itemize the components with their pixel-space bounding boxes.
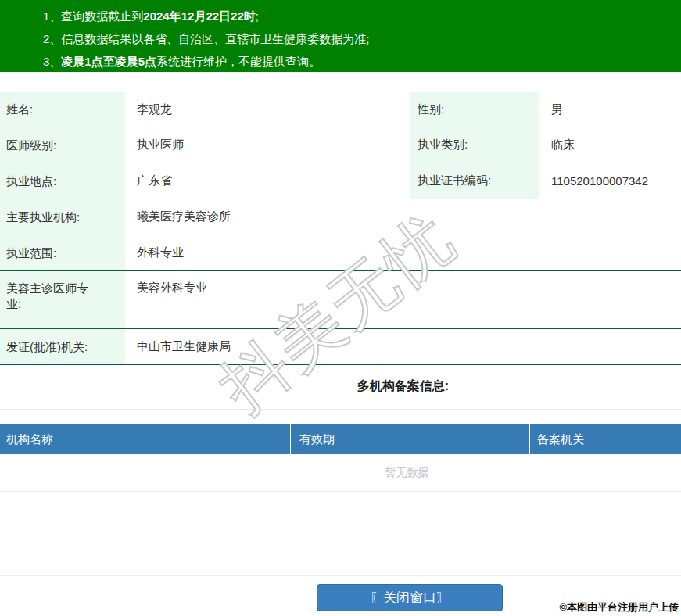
issuing-authority-label: 发证(批准)机关: [0, 329, 125, 364]
column-header-valid-period: 有效期 [291, 424, 530, 454]
practice-scope-value: 外科专业 [125, 235, 681, 270]
notice-3-number: 3、 [43, 55, 61, 68]
name-label: 姓名: [0, 92, 125, 127]
issuing-authority-value: 中山市卫生健康局 [125, 329, 681, 364]
notice-banner: 1、查询数据截止到2024年12月22日22时; 2、信息数据结果以各省、自治区… [0, 0, 681, 72]
gender-value: 男 [539, 92, 681, 127]
notice-3-suffix: 系统进行维护，不能提供查询。 [156, 55, 321, 68]
multi-org-section-title: 多机构备案信息: [125, 378, 681, 395]
notice-1-text: 查询数据截止到 [61, 9, 143, 23]
close-window-button[interactable]: 〖关闭窗口〗 [317, 584, 503, 611]
cosmetic-specialty-label: 美容主诊医师专业: [0, 271, 125, 328]
upload-attribution: ©本图由平台注册用户上传 [559, 600, 679, 614]
row-issuing-authority: 发证(批准)机关: 中山市卫生健康局 [0, 329, 681, 365]
column-header-org-name: 机构名称 [0, 424, 291, 454]
notice-line-1: 1、查询数据截止到2024年12月22日22时; [43, 5, 665, 27]
table-empty-state: 暂无数据 [0, 454, 681, 492]
row-place-certificate: 执业地点: 广东省 执业证书编码: 110520100007342 [0, 163, 681, 199]
notice-line-2: 2、信息数据结果以各省、自治区、直辖市卫生健康委数据为准; [43, 27, 665, 50]
footer-divider [0, 575, 681, 576]
multi-org-table-header: 机构名称 有效期 备案机关 [0, 424, 681, 454]
row-practice-scope: 执业范围: 外科专业 [0, 235, 681, 271]
row-main-organization: 主要执业机构: 曦美医疗美容诊所 [0, 199, 681, 235]
main-organization-label: 主要执业机构: [0, 199, 125, 235]
main-organization-value: 曦美医疗美容诊所 [125, 199, 681, 235]
doctor-level-label: 医师级别: [0, 127, 125, 163]
doctor-info-table: 姓名: 李观龙 性别: 男 医师级别: 执业医师 执业类别: 临床 执业地点: … [0, 92, 681, 365]
notice-1-suffix: ; [256, 9, 259, 23]
practice-scope-label: 执业范围: [0, 235, 125, 270]
gender-label: 性别: [410, 92, 539, 127]
practice-category-label: 执业类别: [410, 127, 539, 163]
notice-1-number: 1、 [43, 9, 61, 23]
multi-org-section: 多机构备案信息: [0, 365, 681, 410]
doctor-level-value: 执业医师 [125, 127, 410, 163]
notice-1-bold-text: 2024年12月22日22时 [143, 9, 255, 23]
empty-state-text: 暂无数据 [385, 466, 429, 480]
notice-2-text: 信息数据结果以各省、自治区、直辖市卫生健康委数据为准; [61, 32, 369, 45]
practice-category-value: 临床 [539, 127, 681, 163]
certificate-number-value: 110520100007342 [539, 163, 681, 199]
cosmetic-specialty-value: 美容外科专业 [125, 271, 681, 328]
notice-2-number: 2、 [43, 32, 61, 45]
notice-line-3: 3、凌晨1点至凌晨5点系统进行维护，不能提供查询。 [43, 50, 665, 73]
notice-3-bold-text: 凌晨1点至凌晨5点 [61, 55, 156, 68]
practice-place-value: 广东省 [125, 163, 410, 199]
row-level-category: 医师级别: 执业医师 执业类别: 临床 [0, 127, 681, 163]
certificate-number-label: 执业证书编码: [410, 163, 539, 199]
name-value: 李观龙 [125, 92, 410, 127]
practice-place-label: 执业地点: [0, 163, 125, 199]
row-name-gender: 姓名: 李观龙 性别: 男 [0, 92, 681, 127]
column-header-filing-authority: 备案机关 [530, 424, 681, 454]
row-cosmetic-specialty: 美容主诊医师专业: 美容外科专业 [0, 271, 681, 329]
